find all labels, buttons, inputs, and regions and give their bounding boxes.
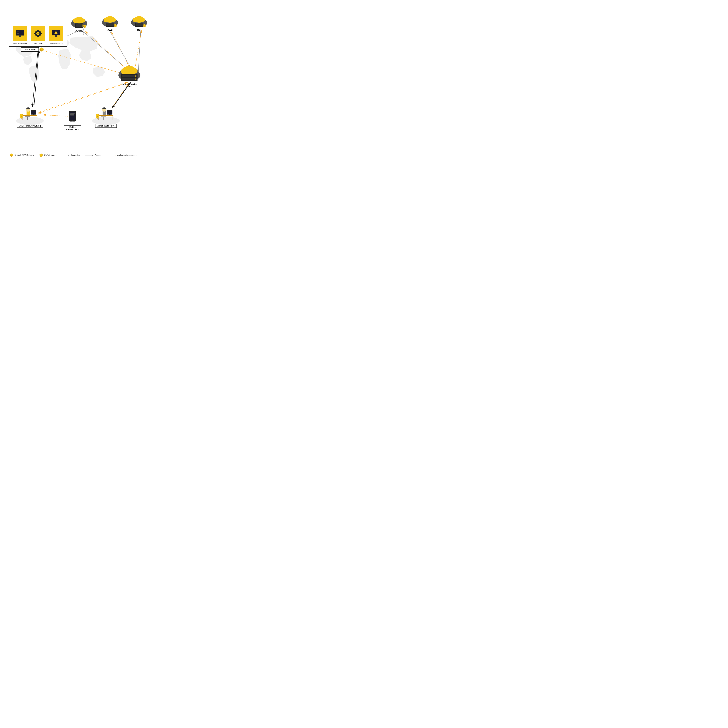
svg-point-69	[113, 23, 113, 24]
sap-erp-item: SAP SAP / ERP	[31, 26, 45, 45]
svg-point-71	[113, 25, 113, 26]
legend-auth-request-label: Authentication request	[117, 154, 136, 156]
svg-point-63	[104, 17, 109, 22]
svg-line-9	[34, 50, 39, 107]
uniauth-service-cloud: UniAuth ServiceCloud	[116, 63, 142, 88]
svg-point-64	[111, 18, 116, 22]
svg-line-8	[32, 50, 38, 107]
svg-rect-67	[107, 24, 113, 25]
svg-rect-138	[70, 114, 73, 115]
svg-point-81	[133, 17, 139, 22]
svg-text:SAP: SAP	[37, 33, 40, 34]
svg-text:</>: </>	[17, 31, 19, 32]
svg-rect-139	[70, 116, 74, 116]
svg-rect-105	[122, 79, 137, 80]
svg-rect-102	[122, 75, 137, 76]
legend-auth-request: Authentication request	[106, 154, 136, 156]
svg-point-53	[82, 26, 83, 27]
mobile-label: Mobile Authenticator	[64, 125, 81, 132]
svg-point-100	[130, 68, 138, 74]
svg-point-46	[80, 18, 85, 23]
svg-rect-104	[122, 78, 137, 79]
oci-label: OCI	[137, 29, 141, 31]
diagram-container: </> Web Application	[0, 0, 162, 162]
uniauth-label: UniAuth ServiceCloud	[122, 83, 137, 88]
datacenter-gateway-cube	[39, 47, 44, 52]
datacenter-box: </> Web Application	[9, 10, 67, 47]
svg-rect-26	[38, 30, 38, 31]
web-application-label: Web Application	[14, 42, 27, 45]
user-section: USER (https, SAP, ERP)	[16, 104, 44, 128]
svg-rect-34	[55, 35, 57, 37]
svg-rect-133	[109, 115, 110, 115]
svg-marker-149	[115, 154, 116, 156]
svg-rect-27	[38, 36, 38, 37]
datacenter-label: Data Center	[21, 47, 39, 52]
svg-rect-50	[76, 26, 83, 27]
aws-label: AWS	[107, 29, 113, 31]
svg-rect-29	[41, 33, 42, 34]
azure-ad-label: AZURE AD	[83, 26, 84, 35]
svg-point-87	[142, 23, 142, 24]
svg-rect-120	[31, 111, 36, 114]
svg-rect-68	[107, 25, 113, 26]
svg-marker-147	[92, 154, 93, 156]
svg-marker-145	[69, 154, 70, 156]
legend-mfa-gateway-label: UniAuth MFA Gateway	[15, 154, 34, 156]
svg-rect-23	[18, 37, 22, 37]
svg-rect-48	[76, 24, 83, 25]
svg-point-33	[55, 31, 57, 33]
svg-point-107	[135, 76, 136, 77]
svg-point-45	[73, 18, 79, 23]
svg-rect-121	[33, 115, 34, 115]
svg-rect-86	[136, 25, 143, 26]
svg-rect-137	[70, 113, 75, 113]
svg-point-99	[121, 68, 129, 74]
svg-point-109	[135, 79, 136, 80]
svg-point-52	[82, 25, 83, 26]
svg-point-118	[26, 107, 30, 109]
azure-label: AZURE	[75, 29, 83, 32]
svg-rect-22	[19, 35, 21, 37]
svg-point-136	[72, 121, 73, 121]
svg-rect-132	[107, 111, 112, 114]
sap-erp-label: SAP / ERP	[34, 42, 43, 45]
svg-rect-28	[34, 33, 35, 34]
legend-agent: UniAuth Agent	[39, 153, 57, 157]
svg-point-51	[82, 24, 83, 24]
legend-access: Access	[86, 154, 101, 156]
legend-integration-label: Integration	[71, 154, 80, 156]
legend-access-label: Access	[95, 154, 101, 156]
active-directory-icon	[49, 26, 63, 41]
aws-cloud: AWS	[100, 14, 120, 31]
admin-section: Admin (SSH, RDP)	[92, 104, 120, 128]
active-directory-label: Active Directory	[49, 42, 63, 45]
svg-rect-103	[122, 76, 137, 77]
svg-point-82	[140, 18, 145, 22]
svg-point-108	[135, 78, 136, 79]
svg-point-89	[142, 25, 142, 26]
svg-rect-85	[136, 24, 143, 25]
svg-point-130	[102, 107, 106, 109]
svg-point-70	[113, 24, 113, 25]
azure-cloud: AZURE	[70, 15, 89, 32]
legend-integration: Integration	[62, 154, 80, 156]
svg-rect-66	[107, 23, 113, 24]
mobile-section: Mobile Authenticator	[64, 110, 81, 132]
svg-point-106	[135, 75, 136, 76]
svg-rect-35	[54, 37, 58, 37]
oci-cloud: OCI	[129, 14, 149, 31]
sap-erp-icon: SAP	[31, 26, 45, 41]
legend-agent-label: UniAuth Agent	[44, 154, 57, 156]
legend-mfa-gateway: UniAuth MFA Gateway	[10, 153, 34, 157]
active-directory-item: Active Directory	[49, 26, 63, 45]
svg-rect-84	[136, 23, 143, 24]
svg-point-88	[142, 24, 142, 25]
svg-rect-49	[76, 25, 83, 26]
legend: UniAuth MFA Gateway UniAuth Agent Integr…	[10, 153, 136, 157]
web-application-item: </> Web Application	[13, 26, 28, 45]
web-application-icon: </>	[13, 26, 28, 41]
